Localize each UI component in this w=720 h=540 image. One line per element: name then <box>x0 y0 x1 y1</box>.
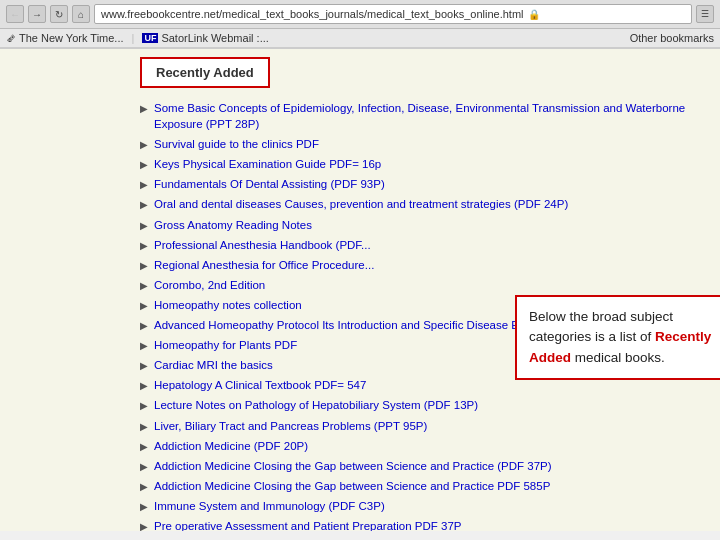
list-item: ▶Professional Anesthesia Handbook (PDF..… <box>140 237 700 253</box>
tooltip-text-after: medical books. <box>571 350 665 365</box>
book-link[interactable]: Regional Anesthesia for Office Procedure… <box>154 257 374 273</box>
bullet-icon: ▶ <box>140 279 148 293</box>
book-link[interactable]: Liver, Biliary Tract and Pancreas Proble… <box>154 418 427 434</box>
forward-button[interactable]: → <box>28 5 46 23</box>
list-item: ▶Addiction Medicine Closing the Gap betw… <box>140 478 700 494</box>
security-icon: 🔒 <box>528 9 540 20</box>
bullet-icon: ▶ <box>140 299 148 313</box>
back-button[interactable]: ← <box>6 5 24 23</box>
book-link[interactable]: Addiction Medicine (PDF 20P) <box>154 438 308 454</box>
list-item: ▶Survival guide to the clinics PDF <box>140 136 700 152</box>
bullet-icon: ▶ <box>140 239 148 253</box>
book-link[interactable]: Immune System and Immunology (PDF C3P) <box>154 498 385 514</box>
list-item: ▶Gross Anatomy Reading Notes <box>140 217 700 233</box>
bullet-icon: ▶ <box>140 500 148 514</box>
book-link[interactable]: Homeopathy notes collection <box>154 297 302 313</box>
browser-chrome: ← → ↻ ⌂ www.freebookcentre.net/medical_t… <box>0 0 720 49</box>
book-link[interactable]: Corombo, 2nd Edition <box>154 277 265 293</box>
list-item: ▶Addiction Medicine (PDF 20P) <box>140 438 700 454</box>
bullet-icon: ▶ <box>140 339 148 353</box>
bullet-icon: ▶ <box>140 440 148 454</box>
bullet-icon: ▶ <box>140 102 148 116</box>
list-item: ▶Keys Physical Examination Guide PDF= 16… <box>140 156 700 172</box>
book-link[interactable]: Keys Physical Examination Guide PDF= 16p <box>154 156 381 172</box>
content-wrapper: Recently Added ▶Some Basic Concepts of E… <box>140 57 700 531</box>
bookmark-nyt[interactable]: 🗞 The New York Time... <box>6 32 124 44</box>
list-item: ▶Pre operative Assessment and Patient Pr… <box>140 518 700 531</box>
book-link[interactable]: Cardiac MRI the basics <box>154 357 273 373</box>
recently-added-label: Recently Added <box>156 65 254 80</box>
tooltip-text-before: Below the broad subject categories is a … <box>529 309 673 344</box>
recently-added-button[interactable]: Recently Added <box>140 57 270 88</box>
home-button[interactable]: ⌂ <box>72 5 90 23</box>
book-link[interactable]: Survival guide to the clinics PDF <box>154 136 319 152</box>
bullet-icon: ▶ <box>140 319 148 333</box>
bullet-icon: ▶ <box>140 259 148 273</box>
list-item: ▶Regional Anesthesia for Office Procedur… <box>140 257 700 273</box>
list-item: ▶Oral and dental diseases Causes, preven… <box>140 196 700 212</box>
bullet-icon: ▶ <box>140 420 148 434</box>
refresh-button[interactable]: ↻ <box>50 5 68 23</box>
bookmark-satorlink-label: SatorLink Webmail :... <box>161 32 268 44</box>
list-item: ▶Immune System and Immunology (PDF C3P) <box>140 498 700 514</box>
book-link[interactable]: Some Basic Concepts of Epidemiology, Inf… <box>154 100 700 132</box>
bullet-icon: ▶ <box>140 219 148 233</box>
address-bar[interactable]: www.freebookcentre.net/medical_text_book… <box>94 4 692 24</box>
menu-button[interactable]: ☰ <box>696 5 714 23</box>
book-link[interactable]: Lecture Notes on Pathology of Hepatobili… <box>154 397 478 413</box>
book-link[interactable]: Addiction Medicine Closing the Gap betwe… <box>154 458 552 474</box>
bookmark-satorlink[interactable]: UF SatorLink Webmail :... <box>142 32 268 44</box>
book-link[interactable]: Hepatology A Clinical Textbook PDF= 547 <box>154 377 366 393</box>
book-link[interactable]: Pre operative Assessment and Patient Pre… <box>154 518 461 531</box>
list-item: ▶Lecture Notes on Pathology of Hepatobil… <box>140 397 700 413</box>
bullet-icon: ▶ <box>140 198 148 212</box>
book-link[interactable]: Gross Anatomy Reading Notes <box>154 217 312 233</box>
book-link[interactable]: Professional Anesthesia Handbook (PDF... <box>154 237 371 253</box>
bullet-icon: ▶ <box>140 178 148 192</box>
bullet-icon: ▶ <box>140 158 148 172</box>
nav-bar: ← → ↻ ⌂ www.freebookcentre.net/medical_t… <box>0 0 720 29</box>
other-bookmarks-label: Other bookmarks <box>630 32 714 44</box>
bookmark-nyt-label: The New York Time... <box>19 32 124 44</box>
other-bookmarks[interactable]: Other bookmarks <box>630 32 714 44</box>
bullet-icon: ▶ <box>140 379 148 393</box>
bullet-icon: ▶ <box>140 460 148 474</box>
bullet-icon: ▶ <box>140 359 148 373</box>
list-item: ▶Addiction Medicine Closing the Gap betw… <box>140 458 700 474</box>
nyt-icon: 🗞 <box>6 33 16 44</box>
tooltip-box: Below the broad subject categories is a … <box>515 295 720 380</box>
bullet-icon: ▶ <box>140 138 148 152</box>
browser-content: Recently Added ▶Some Basic Concepts of E… <box>0 49 720 531</box>
list-item: ▶Some Basic Concepts of Epidemiology, In… <box>140 100 700 132</box>
book-link[interactable]: Homeopathy for Plants PDF <box>154 337 297 353</box>
bullet-icon: ▶ <box>140 399 148 413</box>
list-item: ▶Fundamentals Of Dental Assisting (PDF 9… <box>140 176 700 192</box>
list-item: ▶Corombo, 2nd Edition <box>140 277 700 293</box>
book-link[interactable]: Oral and dental diseases Causes, prevent… <box>154 196 568 212</box>
book-link[interactable]: Addiction Medicine Closing the Gap betwe… <box>154 478 550 494</box>
list-item: ▶Liver, Biliary Tract and Pancreas Probl… <box>140 418 700 434</box>
bullet-icon: ▶ <box>140 480 148 494</box>
bullet-icon: ▶ <box>140 520 148 531</box>
bookmarks-bar: 🗞 The New York Time... | UF SatorLink We… <box>0 29 720 48</box>
url-text: www.freebookcentre.net/medical_text_book… <box>101 8 524 20</box>
book-link[interactable]: Fundamentals Of Dental Assisting (PDF 93… <box>154 176 385 192</box>
bookmark-separator: | <box>132 32 135 44</box>
satorlink-icon: UF <box>142 33 158 43</box>
